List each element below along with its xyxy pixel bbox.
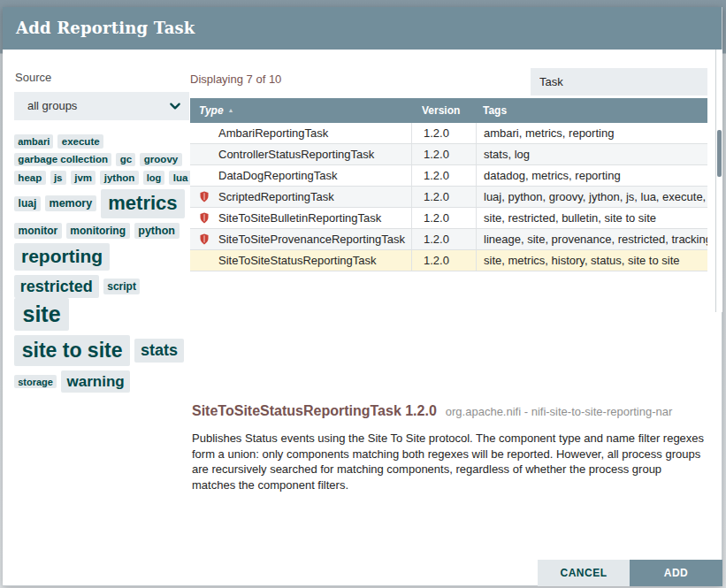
cancel-button[interactable]: CANCEL bbox=[538, 560, 630, 586]
column-header-tags[interactable]: Tags bbox=[476, 104, 707, 117]
selected-task-title: SiteToSiteStatusReportingTask 1.2.0 bbox=[192, 403, 437, 418]
table-header: Type▲ Version Tags bbox=[190, 98, 707, 123]
restricted-shield-icon bbox=[199, 212, 210, 224]
add-button[interactable]: ADD bbox=[630, 560, 722, 586]
cell-version: 1.2.0 bbox=[411, 144, 476, 164]
type-filter-input[interactable] bbox=[531, 68, 707, 95]
vertical-scrollbar[interactable] bbox=[715, 50, 722, 312]
tag-row: garbage collectiongcgroovy bbox=[14, 153, 193, 167]
restricted-shield-icon bbox=[199, 191, 210, 202]
tag-site-to-site[interactable]: site to site bbox=[14, 335, 130, 365]
selected-task-details: SiteToSiteStatusReportingTask 1.2.0org.a… bbox=[192, 403, 710, 493]
cell-version: 1.2.0 bbox=[411, 208, 476, 228]
tag-row: reporting bbox=[14, 243, 193, 271]
tag-warning[interactable]: warning bbox=[61, 370, 130, 393]
cell-tags: site, restricted, bulletin, site to site bbox=[476, 208, 707, 228]
tag-js[interactable]: js bbox=[50, 171, 66, 185]
cell-tags: site, metrics, history, status, site to … bbox=[476, 250, 707, 271]
displaying-count: Displaying 7 of 10 bbox=[190, 73, 281, 86]
cell-version: 1.2.0 bbox=[411, 165, 476, 186]
tag-metrics[interactable]: metrics bbox=[101, 189, 185, 218]
table-row[interactable]: AmbariReportingTask1.2.0ambari, metrics,… bbox=[190, 123, 707, 144]
tag-row: storagewarning bbox=[14, 370, 193, 393]
cell-tags: ambari, metrics, reporting bbox=[476, 123, 707, 143]
tag-garbage-collection[interactable]: garbage collection bbox=[14, 153, 111, 167]
table-row[interactable]: SiteToSiteStatusReportingTask1.2.0site, … bbox=[190, 250, 707, 271]
column-header-version[interactable]: Version bbox=[411, 104, 476, 117]
cell-tags: stats, log bbox=[476, 144, 707, 164]
tag-storage[interactable]: storage bbox=[14, 375, 57, 389]
tag-script[interactable]: script bbox=[103, 279, 141, 294]
sort-ascending-icon: ▲ bbox=[228, 107, 234, 113]
table-row[interactable]: SiteToSiteBulletinReportingTask1.2.0site… bbox=[190, 208, 707, 229]
cell-tags: lineage, site, provenance, restricted, t… bbox=[476, 229, 707, 249]
tag-python[interactable]: python bbox=[134, 223, 180, 239]
dialog-title: Add Reporting Task bbox=[16, 7, 195, 50]
tag-row: monitormonitoringpython bbox=[14, 223, 193, 239]
tag-luaj[interactable]: luaj bbox=[14, 196, 41, 212]
tag-log[interactable]: log bbox=[143, 171, 165, 185]
tag-row: ambariexecute bbox=[14, 134, 193, 149]
cell-version: 1.2.0 bbox=[411, 187, 476, 207]
group-filter-value: all groups bbox=[27, 92, 77, 120]
tag-lua[interactable]: lua bbox=[169, 171, 191, 185]
cell-type: ControllerStatusReportingTask bbox=[190, 144, 411, 164]
add-reporting-task-dialog: Add Reporting Task Source all groups amb… bbox=[3, 7, 722, 586]
tag-jvm[interactable]: jvm bbox=[71, 171, 96, 185]
cell-tags: datadog, metrics, reporting bbox=[476, 165, 707, 186]
tag-monitor[interactable]: monitor bbox=[14, 223, 62, 239]
tag-ambari[interactable]: ambari bbox=[14, 134, 53, 149]
cell-version: 1.2.0 bbox=[411, 123, 476, 143]
selected-task-bundle: org.apache.nifi - nifi-site-to-site-repo… bbox=[446, 405, 673, 418]
tag-row: restrictedscriptsite bbox=[14, 275, 193, 332]
tag-stats[interactable]: stats bbox=[134, 339, 184, 363]
reporting-task-table: Type▲ Version Tags AmbariReportingTask1.… bbox=[190, 98, 707, 271]
cell-version: 1.2.0 bbox=[411, 229, 476, 249]
table-body: AmbariReportingTask1.2.0ambari, metrics,… bbox=[190, 123, 707, 271]
cell-version: 1.2.0 bbox=[411, 250, 476, 271]
tag-row: heapjsjvmjythonloglua bbox=[14, 171, 193, 185]
tag-memory[interactable]: memory bbox=[45, 195, 96, 211]
cell-type: SiteToSiteStatusReportingTask bbox=[190, 250, 411, 271]
cell-type: SiteToSiteBulletinReportingTask bbox=[190, 208, 411, 228]
cell-type: ScriptedReportingTask bbox=[190, 187, 411, 207]
tag-row: luajmemorymetrics bbox=[14, 189, 193, 218]
tag-reporting[interactable]: reporting bbox=[14, 243, 110, 271]
table-row[interactable]: ControllerStatusReportingTask1.2.0stats,… bbox=[190, 144, 707, 165]
table-row[interactable]: SiteToSiteProvenanceReportingTask1.2.0li… bbox=[190, 229, 707, 250]
tag-row: site to sitestats bbox=[14, 335, 193, 365]
source-label: Source bbox=[15, 71, 51, 84]
tag-site[interactable]: site bbox=[14, 298, 69, 331]
tag-execute[interactable]: execute bbox=[57, 134, 103, 149]
group-filter-combo[interactable]: all groups bbox=[14, 92, 189, 120]
restricted-shield-icon bbox=[199, 233, 210, 245]
cell-type: AmbariReportingTask bbox=[190, 123, 411, 143]
cell-type: SiteToSiteProvenanceReportingTask bbox=[190, 229, 411, 249]
tag-groovy[interactable]: groovy bbox=[140, 153, 181, 167]
column-header-type[interactable]: Type▲ bbox=[190, 104, 411, 117]
tag-gc[interactable]: gc bbox=[116, 153, 135, 167]
tag-monitoring[interactable]: monitoring bbox=[66, 223, 130, 239]
tag-restricted[interactable]: restricted bbox=[14, 275, 99, 299]
selected-task-description: Publishes Status events using the Site T… bbox=[192, 431, 705, 493]
table-row[interactable]: ScriptedReportingTask1.2.0luaj, python, … bbox=[190, 187, 707, 208]
cell-tags: luaj, python, groovy, jython, js, lua, e… bbox=[476, 187, 707, 207]
table-row[interactable]: DataDogReportingTask1.2.0datadog, metric… bbox=[190, 165, 707, 187]
dialog-header: Add Reporting Task bbox=[3, 7, 722, 50]
chevron-down-icon bbox=[169, 100, 181, 112]
tag-heap[interactable]: heap bbox=[14, 171, 46, 185]
cell-type: DataDogReportingTask bbox=[190, 165, 411, 186]
scrollbar-thumb[interactable] bbox=[717, 130, 722, 177]
tag-cloud: ambariexecutegarbage collectiongcgroovyh… bbox=[14, 134, 193, 397]
tag-jython[interactable]: jython bbox=[100, 171, 138, 185]
